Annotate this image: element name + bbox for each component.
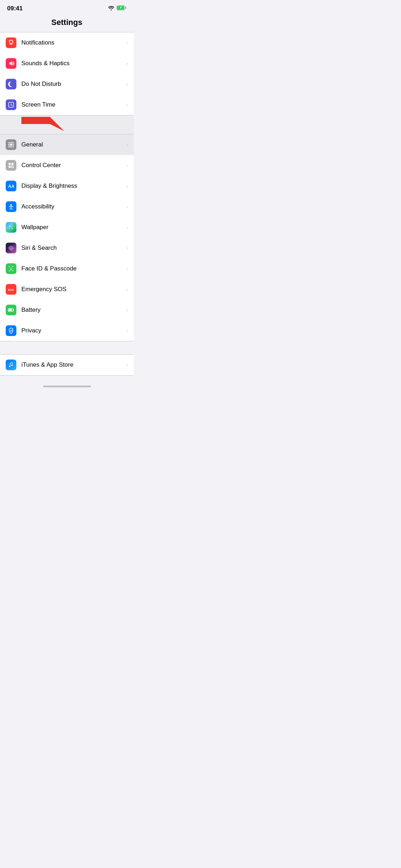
chevron-donotdisturb: › bbox=[126, 81, 128, 87]
battery-icon-settings bbox=[6, 305, 16, 315]
siri-icon bbox=[6, 243, 16, 253]
chevron-accessibility: › bbox=[126, 204, 128, 210]
svg-point-19 bbox=[12, 226, 13, 227]
chevron-controlcenter: › bbox=[126, 162, 128, 168]
settings-item-notifications[interactable]: Notifications › bbox=[0, 32, 134, 53]
sounds-label: Sounds & Haptics bbox=[21, 60, 125, 67]
donotdisturb-label: Do Not Disturb bbox=[21, 81, 125, 88]
svg-point-26 bbox=[10, 268, 11, 269]
chevron-screentime: › bbox=[126, 102, 128, 108]
settings-item-screentime[interactable]: Screen Time › bbox=[0, 94, 134, 115]
home-bar bbox=[43, 386, 91, 387]
status-icons bbox=[108, 5, 127, 12]
settings-item-itunes[interactable]: iTunes & App Store › bbox=[0, 355, 134, 375]
screentime-label: Screen Time bbox=[21, 101, 125, 108]
svg-rect-11 bbox=[11, 163, 14, 165]
display-label: Display & Brightness bbox=[21, 182, 125, 190]
privacy-label: Privacy bbox=[21, 327, 125, 334]
settings-item-accessibility[interactable]: Accessibility › bbox=[0, 196, 134, 217]
svg-point-27 bbox=[11, 268, 12, 269]
svg-point-25 bbox=[11, 248, 12, 249]
settings-item-emergencysos[interactable]: SOS Emergency SOS › bbox=[0, 279, 134, 300]
svg-point-20 bbox=[9, 228, 10, 229]
svg-point-5 bbox=[11, 40, 12, 41]
privacy-icon bbox=[6, 325, 16, 336]
chevron-display: › bbox=[126, 183, 128, 189]
svg-rect-4 bbox=[10, 44, 12, 45]
chevron-siri: › bbox=[126, 245, 128, 251]
notifications-label: Notifications bbox=[21, 39, 125, 46]
settings-item-controlcenter[interactable]: Control Center › bbox=[0, 155, 134, 176]
svg-rect-2 bbox=[125, 7, 127, 9]
settings-group-2: General › Control Center › AA Display & … bbox=[0, 134, 134, 341]
faceid-icon bbox=[6, 263, 16, 274]
svg-point-14 bbox=[12, 166, 13, 167]
home-indicator bbox=[0, 383, 134, 389]
siri-label: Siri & Search bbox=[21, 244, 125, 252]
svg-rect-30 bbox=[9, 309, 12, 311]
svg-marker-8 bbox=[21, 117, 64, 131]
svg-text:AA: AA bbox=[8, 184, 15, 189]
svg-rect-31 bbox=[14, 310, 14, 311]
sounds-icon bbox=[6, 58, 16, 69]
svg-rect-12 bbox=[9, 166, 11, 168]
settings-item-battery[interactable]: Battery › bbox=[0, 300, 134, 320]
red-arrow bbox=[21, 117, 64, 133]
chevron-notifications: › bbox=[126, 40, 128, 46]
svg-point-18 bbox=[10, 226, 10, 227]
itunes-icon bbox=[6, 360, 16, 370]
wallpaper-label: Wallpaper bbox=[21, 224, 125, 231]
svg-point-21 bbox=[11, 228, 13, 229]
screentime-icon bbox=[6, 99, 16, 110]
accessibility-label: Accessibility bbox=[21, 203, 125, 210]
chevron-sounds: › bbox=[126, 61, 128, 66]
settings-group-3: iTunes & App Store › bbox=[0, 354, 134, 376]
settings-item-general[interactable]: General › bbox=[0, 134, 134, 155]
settings-group-1: Notifications › Sounds & Haptics › Do No… bbox=[0, 32, 134, 115]
chevron-wallpaper: › bbox=[126, 224, 128, 230]
wallpaper-icon bbox=[6, 222, 16, 233]
accessibility-icon bbox=[6, 201, 16, 212]
chevron-battery: › bbox=[126, 307, 128, 313]
general-label: General bbox=[21, 141, 125, 148]
settings-item-donotdisturb[interactable]: Do Not Disturb › bbox=[0, 74, 134, 94]
settings-item-sounds[interactable]: Sounds & Haptics › bbox=[0, 53, 134, 74]
emergencysos-label: Emergency SOS bbox=[21, 286, 125, 293]
settings-item-privacy[interactable]: Privacy › bbox=[0, 320, 134, 341]
chevron-emergencysos: › bbox=[126, 286, 128, 292]
faceid-label: Face ID & Passcode bbox=[21, 265, 125, 272]
chevron-general: › bbox=[126, 142, 128, 148]
chevron-faceid: › bbox=[126, 266, 128, 272]
settings-item-wallpaper[interactable]: Wallpaper › bbox=[0, 217, 134, 238]
controlcenter-label: Control Center bbox=[21, 162, 125, 169]
donotdisturb-icon bbox=[6, 79, 16, 89]
settings-item-faceid[interactable]: Face ID & Passcode › bbox=[0, 258, 134, 279]
display-icon: AA bbox=[6, 181, 16, 191]
settings-item-siri[interactable]: Siri & Search › bbox=[0, 238, 134, 258]
arrow-container bbox=[0, 115, 134, 134]
battery-label: Battery bbox=[21, 306, 125, 314]
itunes-label: iTunes & App Store bbox=[21, 361, 125, 368]
section-divider-2 bbox=[0, 341, 134, 354]
status-bar: 09:41 bbox=[0, 0, 134, 15]
notifications-icon bbox=[6, 37, 16, 48]
controlcenter-icon bbox=[6, 160, 16, 171]
chevron-itunes: › bbox=[126, 362, 128, 368]
svg-point-22 bbox=[11, 227, 11, 228]
wifi-icon bbox=[108, 5, 114, 12]
svg-text:SOS: SOS bbox=[8, 288, 14, 291]
battery-icon bbox=[117, 5, 127, 12]
svg-point-16 bbox=[10, 204, 12, 206]
general-icon bbox=[6, 139, 16, 150]
chevron-privacy: › bbox=[126, 328, 128, 334]
status-time: 09:41 bbox=[7, 5, 22, 12]
settings-item-display[interactable]: AA Display & Brightness › bbox=[0, 176, 134, 196]
svg-rect-10 bbox=[9, 163, 11, 165]
page-title: Settings bbox=[0, 15, 134, 32]
svg-point-9 bbox=[10, 144, 12, 146]
svg-marker-6 bbox=[9, 61, 12, 66]
emergencysos-icon: SOS bbox=[6, 284, 16, 295]
